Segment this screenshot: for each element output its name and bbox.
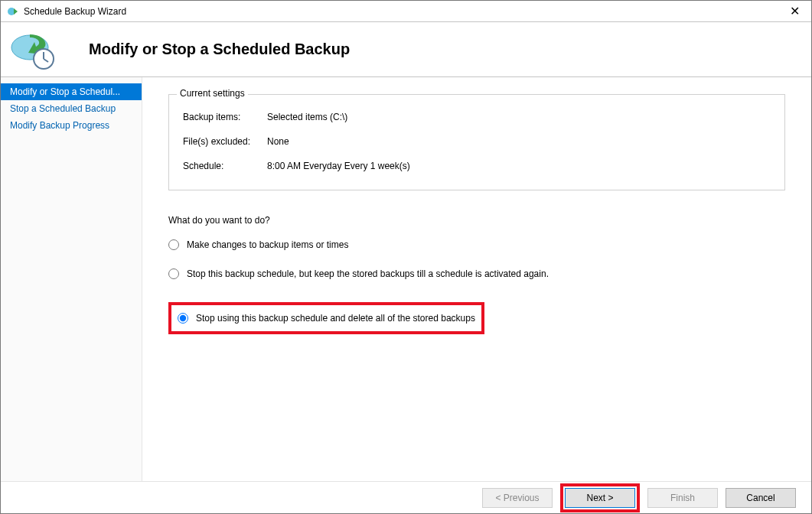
wizard-steps-sidebar: Modify or Stop a Schedul... Stop a Sched… bbox=[1, 77, 142, 481]
schedule-row: Schedule: 8:00 AM Everyday Every 1 week(… bbox=[183, 161, 771, 171]
option-stop-delete-label: Stop using this backup schedule and dele… bbox=[196, 313, 475, 324]
finish-button: Finish bbox=[647, 488, 718, 508]
radio-stop-keep[interactable] bbox=[168, 268, 179, 279]
option-stop-keep[interactable]: Stop this backup schedule, but keep the … bbox=[168, 268, 785, 279]
wizard-content: Current settings Backup items: Selected … bbox=[142, 77, 811, 481]
cancel-button[interactable]: Cancel bbox=[726, 488, 796, 508]
radio-make-changes[interactable] bbox=[168, 239, 179, 250]
next-button[interactable]: Next > bbox=[565, 488, 635, 508]
app-icon bbox=[7, 5, 19, 18]
sidebar-item-stop-scheduled[interactable]: Stop a Scheduled Backup bbox=[1, 100, 142, 117]
files-excluded-value: None bbox=[267, 136, 289, 147]
backup-wizard-icon bbox=[8, 28, 58, 70]
schedule-label: Schedule: bbox=[183, 161, 267, 171]
previous-button: < Previous bbox=[482, 488, 553, 508]
close-button[interactable]: ✕ bbox=[784, 4, 805, 18]
radio-stop-delete[interactable] bbox=[178, 313, 188, 324]
wizard-header: Modify or Stop a Scheduled Backup bbox=[1, 22, 811, 77]
current-settings-group: Current settings Backup items: Selected … bbox=[168, 94, 785, 190]
option-make-changes[interactable]: Make changes to backup items or times bbox=[168, 239, 785, 250]
sidebar-item-modify-progress[interactable]: Modify Backup Progress bbox=[1, 117, 142, 134]
backup-items-label: Backup items: bbox=[183, 112, 267, 122]
highlighted-option-wrapper: Stop using this backup schedule and dele… bbox=[168, 302, 484, 334]
option-make-changes-label: Make changes to backup items or times bbox=[187, 239, 348, 250]
current-settings-legend: Current settings bbox=[177, 88, 248, 99]
option-stop-delete[interactable]: Stop using this backup schedule and dele… bbox=[178, 313, 475, 324]
question-text: What do you want to do? bbox=[168, 215, 785, 226]
wizard-footer: < Previous Next > Finish Cancel bbox=[1, 481, 811, 513]
sidebar-item-modify-stop[interactable]: Modify or Stop a Schedul... bbox=[1, 83, 142, 100]
titlebar: Schedule Backup Wizard ✕ bbox=[1, 1, 811, 22]
files-excluded-label: File(s) excluded: bbox=[183, 136, 267, 147]
window-title: Schedule Backup Wizard bbox=[24, 6, 784, 17]
backup-items-value: Selected items (C:\) bbox=[267, 112, 347, 122]
highlighted-next-wrapper: Next > bbox=[560, 483, 640, 512]
files-excluded-row: File(s) excluded: None bbox=[183, 136, 771, 147]
wizard-body: Modify or Stop a Schedul... Stop a Sched… bbox=[1, 77, 811, 481]
option-stop-keep-label: Stop this backup schedule, but keep the … bbox=[187, 268, 549, 279]
page-title: Modify or Stop a Scheduled Backup bbox=[89, 41, 350, 58]
schedule-value: 8:00 AM Everyday Every 1 week(s) bbox=[267, 161, 410, 171]
backup-items-row: Backup items: Selected items (C:\) bbox=[183, 112, 771, 122]
